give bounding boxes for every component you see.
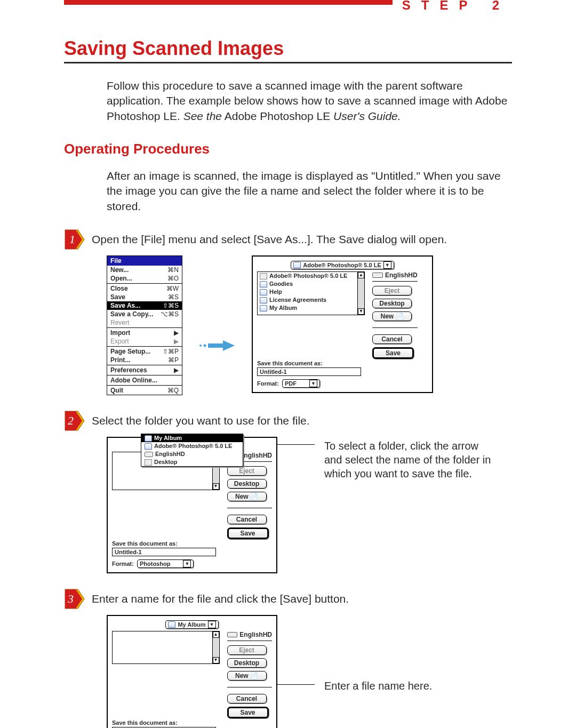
folder-selector[interactable]: Adobe® Photoshop® 5.0 LE ▼ [291, 261, 394, 269]
section-heading: Operating Procedures [64, 141, 512, 157]
chevron-down-icon: ▼ [183, 560, 191, 567]
list-item[interactable]: License Agreements [258, 296, 364, 304]
svg-marker-6 [223, 340, 235, 351]
svg-rect-5 [208, 343, 223, 348]
list-item[interactable]: My Album [258, 304, 364, 312]
cancel-button[interactable]: Cancel [227, 515, 267, 524]
menu-item[interactable]: Open...⌘O [107, 274, 182, 283]
cancel-button[interactable]: Cancel [227, 694, 267, 703]
menu-item[interactable]: Adobe Online... [107, 376, 182, 385]
folder-selector-label: My Album [178, 621, 205, 628]
filename-field[interactable]: Untitled-1 [112, 548, 216, 556]
desktop-button[interactable]: Desktop [372, 299, 412, 308]
folder-icon [293, 262, 301, 268]
save-as-label: Save this document as: [112, 719, 272, 726]
step-text-3: Enter a name for the file and click the … [92, 588, 349, 606]
folder-icon [145, 435, 152, 442]
desktop-button[interactable]: Desktop [227, 479, 267, 489]
chevron-down-icon: ▼ [309, 380, 317, 387]
new-button[interactable]: New 📄 [372, 311, 412, 321]
filename-field[interactable]: Untitled-1 [257, 367, 361, 376]
folder-icon [145, 443, 152, 450]
save-as-label: Save this document as: [112, 540, 272, 547]
scrollbar[interactable]: ▲▼ [357, 272, 364, 315]
callout-folder: To select a folder, click the arrow and … [324, 439, 495, 481]
scroll-down-icon[interactable]: ▼ [213, 483, 219, 490]
step-badge-3: 3 [64, 588, 85, 610]
popup-item[interactable]: Desktop [141, 458, 243, 466]
chevron-down-icon: ▼ [208, 621, 216, 628]
file-list[interactable]: Adobe® Photoshop® 5.0 LEGoodiesHelpLicen… [257, 271, 365, 315]
intro-text: Follow this procedure to save a scanned … [107, 78, 512, 124]
list-item[interactable]: Goodies [258, 280, 364, 288]
list-item[interactable]: Adobe® Photoshop® 5.0 LE [258, 272, 364, 280]
chevron-down-icon: ▼ [383, 261, 391, 269]
scroll-down-icon[interactable]: ▼ [213, 657, 219, 663]
menu-item[interactable]: Revert [107, 318, 182, 327]
format-selector[interactable]: PDF▼ [282, 379, 320, 388]
folder-selector[interactable]: My Album ▼ [165, 620, 218, 629]
save-button[interactable]: Save [372, 347, 414, 359]
folder-popup[interactable]: My AlbumAdobe® Photoshop® 5.0 LEEnglishH… [141, 434, 243, 467]
disk-icon [372, 273, 383, 278]
app-icon [260, 273, 267, 279]
menu-item[interactable]: Save a Copy...⌥⌘S [107, 310, 182, 318]
folder-icon [260, 281, 267, 287]
file-list[interactable]: ▲▼ [112, 631, 220, 664]
eject-button[interactable]: Eject [227, 645, 267, 655]
scroll-up-icon[interactable]: ▲ [213, 631, 219, 638]
svg-point-3 [199, 345, 202, 347]
scroll-down-icon[interactable]: ▼ [358, 308, 364, 315]
save-button[interactable]: Save [227, 527, 269, 539]
folder-selector-label: Adobe® Photoshop® 5.0 LE [303, 262, 381, 268]
section-body: After an image is scanned, the image is … [107, 169, 512, 214]
step-text-1: Open the [File] menu and select [Save As… [92, 229, 447, 247]
menu-item[interactable]: Close⌘W [107, 284, 182, 293]
folder-icon [260, 305, 267, 311]
step-badge-2: 2 [64, 410, 85, 431]
popup-item[interactable]: Adobe® Photoshop® 5.0 LE [141, 442, 243, 450]
drive-icon [145, 452, 153, 457]
page-title: Saving Scanned Images [64, 37, 512, 60]
desk-icon [145, 459, 152, 466]
step-label: STEP 2 [393, 0, 512, 13]
file-menu[interactable]: File New...⌘NOpen...⌘OClose⌘WSave⌘SSave … [107, 255, 182, 395]
format-label: Format: [257, 380, 279, 387]
list-item[interactable]: Help [258, 288, 364, 296]
save-button[interactable]: Save [227, 707, 269, 718]
svg-text:3: 3 [67, 592, 74, 605]
menu-item[interactable]: Save As...⇧⌘S [107, 301, 182, 310]
menu-item[interactable]: Import▶ [107, 329, 182, 337]
scroll-up-icon[interactable]: ▲ [358, 272, 364, 278]
popup-item[interactable]: EnglishHD [141, 450, 243, 458]
cancel-button[interactable]: Cancel [372, 334, 412, 344]
format-selector[interactable]: Photoshop▼ [137, 559, 194, 568]
folder-icon [260, 289, 267, 295]
format-label: Format: [112, 561, 134, 567]
desktop-button[interactable]: Desktop [227, 658, 267, 668]
disk-label: EnglishHD [227, 631, 272, 641]
menu-item[interactable]: Page Setup...⇧⌘P [107, 347, 182, 356]
new-button[interactable]: New 📄 [227, 671, 267, 681]
svg-text:1: 1 [69, 233, 75, 246]
step-badge-1: 1 [64, 229, 85, 250]
eject-button[interactable]: Eject [372, 286, 412, 295]
save-dialog-2: . My AlbumAdobe® Photoshop® 5.0 LEEnglis… [107, 437, 277, 573]
save-dialog-3: My Album ▼ ▲▼ EnglishHD Eject Desktop Ne… [107, 615, 277, 728]
menu-item[interactable]: Export▶ [107, 337, 182, 346]
step-text-2: Select the folder you want to use for th… [92, 410, 310, 428]
menu-item[interactable]: Quit⌘Q [107, 386, 182, 395]
svg-text:2: 2 [68, 414, 74, 427]
new-folder-icon: 📄 [396, 313, 404, 320]
new-button[interactable]: New 📄 [227, 492, 267, 501]
eject-button[interactable]: Eject [227, 466, 267, 476]
menu-item[interactable]: New...⌘N [107, 266, 182, 274]
scrollbar[interactable]: ▲▼ [212, 631, 219, 663]
menu-item[interactable]: Print...⌘P [107, 356, 182, 364]
save-dialog-1: Adobe® Photoshop® 5.0 LE ▼ Adobe® Photos… [252, 255, 433, 393]
arrow-icon [198, 339, 236, 354]
disk-icon [227, 632, 238, 637]
popup-item[interactable]: My Album [141, 434, 243, 442]
menu-item[interactable]: Save⌘S [107, 293, 182, 301]
menu-item[interactable]: Preferences▶ [107, 366, 182, 374]
